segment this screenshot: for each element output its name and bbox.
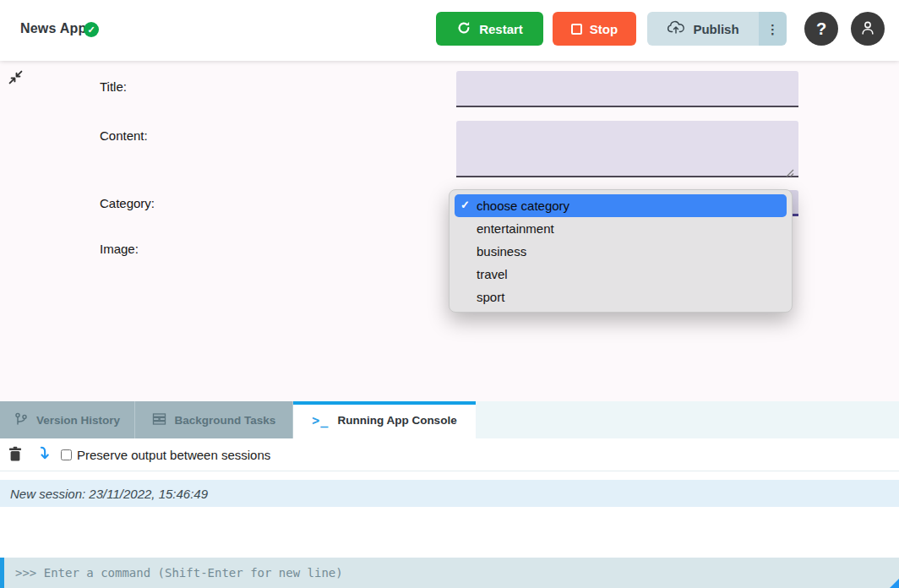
textarea-resize-handle[interactable] [784, 166, 897, 400]
title-input[interactable] [456, 71, 798, 107]
restart-label: Restart [479, 22, 523, 36]
console-toolbar: Preserve output between sessions [0, 438, 899, 471]
stop-button[interactable]: Stop [553, 12, 636, 46]
tab-background-tasks[interactable]: Background Tasks [135, 401, 293, 438]
console-command-input[interactable]: >>> Enter a command (Shift-Enter for new… [0, 558, 899, 588]
tab-version-history[interactable]: Version History [0, 401, 135, 438]
title-label: Title: [100, 79, 127, 94]
kebab-menu-icon: ⋮ [766, 22, 779, 36]
image-label: Image: [100, 242, 139, 256]
dropdown-option-entertainment[interactable]: entertainment [455, 217, 787, 240]
dropdown-option-sport[interactable]: sport [455, 286, 787, 308]
app-window: News App ✓ Restart Stop Publish ⋮ ? [0, 0, 899, 588]
check-icon: ✓ [460, 199, 470, 211]
console-resize-handle[interactable] [890, 579, 899, 588]
help-button[interactable]: ? [804, 12, 838, 46]
terminal-icon: >_ [312, 413, 329, 428]
follow-output-arrow-icon [39, 446, 50, 463]
stop-label: Stop [590, 22, 618, 36]
content-label: Content: [100, 128, 148, 143]
account-button[interactable] [851, 12, 885, 46]
trash-icon [8, 446, 22, 464]
app-title: News App [20, 21, 86, 36]
question-mark-icon: ? [816, 19, 826, 39]
bottom-panel-tabstrip: Version History Background Tasks >_ Runn… [0, 401, 899, 438]
preserve-output-checkbox[interactable] [61, 449, 72, 460]
stop-icon [571, 24, 582, 35]
tab-running-app-console[interactable]: >_ Running App Console [293, 401, 476, 438]
restart-button[interactable]: Restart [436, 12, 543, 46]
dropdown-option-travel[interactable]: travel [455, 263, 787, 286]
task-stack-icon [152, 412, 166, 428]
git-branch-icon [14, 412, 28, 428]
user-icon [858, 19, 877, 40]
clear-console-button[interactable] [8, 446, 22, 464]
dropdown-option-choose-category[interactable]: ✓ choose category [455, 194, 787, 217]
restart-icon [456, 20, 471, 38]
dropdown-option-business[interactable]: business [455, 240, 787, 263]
publish-button-group: Publish ⋮ [647, 12, 787, 46]
app-preview-area: Title: Content: Category: Image: ✓ choos… [0, 61, 899, 401]
preserve-output-label: Preserve output between sessions [77, 448, 270, 462]
console-output-area: New session: 23/11/2022, 15:46:49 [0, 471, 899, 558]
category-label: Category: [100, 196, 155, 210]
cloud-upload-icon [667, 20, 685, 37]
header-bar: News App ✓ Restart Stop Publish ⋮ ? [0, 0, 899, 61]
app-status-check-icon: ✓ [84, 22, 99, 37]
category-dropdown-menu: ✓ choose category entertainment business… [449, 189, 793, 313]
publish-button[interactable]: Publish [647, 12, 759, 46]
session-message: New session: 23/11/2022, 15:46:49 [0, 480, 899, 507]
publish-more-menu-button[interactable]: ⋮ [759, 12, 787, 46]
publish-label: Publish [693, 22, 738, 36]
follow-output-button[interactable] [39, 446, 50, 463]
collapse-icon[interactable] [7, 70, 24, 87]
content-textarea[interactable] [456, 121, 798, 177]
